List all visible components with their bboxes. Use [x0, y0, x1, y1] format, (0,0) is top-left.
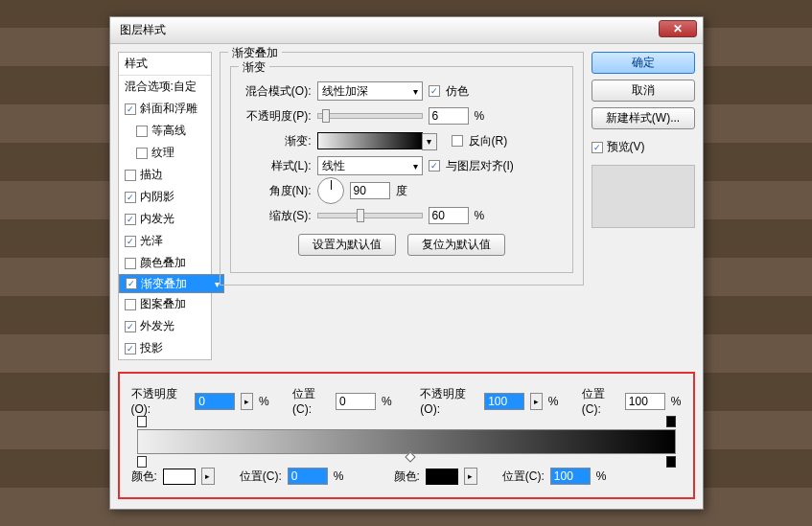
- dither-label: 仿色: [446, 83, 469, 100]
- color-left-spin[interactable]: ▸: [201, 468, 215, 485]
- opacity-label: 不透明度(P):: [243, 108, 312, 125]
- opacity-left-spin[interactable]: ▸: [241, 393, 253, 410]
- angle-label: 角度(N):: [243, 183, 312, 199]
- style-item-2[interactable]: 纹理: [119, 142, 211, 164]
- style-item-5[interactable]: ✓内发光: [119, 208, 211, 230]
- style-item-checkbox[interactable]: [125, 258, 136, 269]
- opacity-slider[interactable]: [317, 113, 423, 119]
- color-left-label: 颜色:: [131, 469, 157, 485]
- opacity-right-label: 不透明度(O):: [420, 386, 478, 416]
- style-item-checkbox[interactable]: [125, 170, 136, 181]
- style-item-6[interactable]: ✓光泽: [119, 230, 211, 252]
- color-stop-left[interactable]: [137, 456, 147, 468]
- align-checkbox[interactable]: ✓: [429, 160, 440, 172]
- color-right-location[interactable]: [550, 468, 591, 485]
- style-item-checkbox[interactable]: ✓: [125, 103, 136, 115]
- preview-checkbox[interactable]: ✓: [592, 142, 603, 153]
- styles-list: 样式 混合选项:自定 ✓斜面和浮雕等高线纹理描边✓内阴影✓内发光✓光泽颜色叠加✓…: [118, 52, 212, 360]
- gradient-label: 渐变:: [243, 133, 312, 149]
- style-item-label: 内阴影: [140, 189, 174, 205]
- color-right-swatch[interactable]: [426, 469, 458, 485]
- right-column: 确定 取消 新建样式(W)... ✓ 预览(V): [592, 52, 695, 360]
- opacity-left-label: 不透明度(O):: [131, 386, 190, 416]
- set-default-button[interactable]: 设置为默认值: [298, 234, 396, 256]
- style-item-label: 描边: [140, 167, 163, 183]
- reverse-label: 反向(R): [469, 133, 508, 149]
- style-item-checkbox[interactable]: ✓: [125, 321, 136, 332]
- style-item-checkbox[interactable]: [136, 126, 148, 137]
- style-item-8[interactable]: ✓渐变叠加: [119, 274, 224, 293]
- scale-slider[interactable]: [317, 213, 423, 218]
- location-right-label: 位置(C):: [582, 386, 619, 416]
- angle-dial[interactable]: [317, 177, 344, 204]
- style-item-9[interactable]: 图案叠加: [119, 293, 211, 315]
- style-item-label: 渐变叠加: [141, 276, 187, 292]
- styles-header[interactable]: 样式: [119, 53, 211, 76]
- color-left-swatch[interactable]: [163, 469, 196, 485]
- style-label: 样式(L):: [243, 158, 312, 174]
- blend-mode-label: 混合模式(O):: [243, 83, 312, 100]
- preview-label: 预览(V): [607, 139, 645, 155]
- close-button[interactable]: ✕: [659, 20, 697, 37]
- style-item-label: 图案叠加: [140, 296, 186, 312]
- style-item-label: 颜色叠加: [140, 255, 186, 271]
- layer-style-dialog: 图层样式 ✕ 样式 混合选项:自定 ✓斜面和浮雕等高线纹理描边✓内阴影✓内发光✓…: [109, 16, 704, 510]
- close-icon: ✕: [673, 22, 683, 35]
- style-item-label: 等高线: [151, 123, 186, 139]
- reset-default-button[interactable]: 复位为默认值: [407, 234, 505, 256]
- color-right-label: 颜色:: [394, 469, 420, 485]
- location-left-label: 位置(C):: [292, 386, 330, 416]
- style-item-10[interactable]: ✓外发光: [119, 315, 211, 337]
- style-item-checkbox[interactable]: ✓: [126, 278, 137, 289]
- opacity-right-spin[interactable]: ▸: [530, 393, 543, 410]
- gradient-ramp[interactable]: [137, 429, 676, 454]
- style-item-0[interactable]: ✓斜面和浮雕: [119, 98, 211, 120]
- new-style-button[interactable]: 新建样式(W)...: [592, 107, 695, 129]
- color-right-spin[interactable]: ▸: [464, 468, 477, 485]
- dither-checkbox[interactable]: ✓: [429, 85, 440, 97]
- style-item-1[interactable]: 等高线: [119, 120, 211, 142]
- panel-sub-label: 渐变: [239, 59, 269, 76]
- style-item-label: 斜面和浮雕: [140, 101, 197, 117]
- opacity-input[interactable]: [429, 107, 469, 125]
- style-item-label: 外发光: [140, 318, 174, 334]
- align-label: 与图层对齐(I): [446, 158, 514, 174]
- main-panel: 渐变叠加 渐变 混合模式(O): 线性加深 ✓ 仿色 不透明度(P): %: [220, 52, 584, 360]
- scale-input[interactable]: [429, 207, 469, 224]
- opacity-right-input[interactable]: [484, 393, 524, 410]
- cancel-button[interactable]: 取消: [592, 80, 695, 102]
- reverse-checkbox[interactable]: [452, 135, 463, 147]
- style-item-7[interactable]: 颜色叠加: [119, 252, 211, 274]
- location-right-input[interactable]: [625, 393, 665, 410]
- style-select[interactable]: 线性: [317, 156, 423, 175]
- style-item-checkbox[interactable]: ✓: [125, 343, 136, 354]
- color-left-location[interactable]: [288, 468, 328, 485]
- style-item-4[interactable]: ✓内阴影: [119, 186, 211, 208]
- style-item-checkbox[interactable]: ✓: [125, 192, 136, 203]
- color-stop-right[interactable]: [666, 456, 676, 468]
- titlebar[interactable]: 图层样式 ✕: [110, 17, 703, 44]
- blend-options-row[interactable]: 混合选项:自定: [119, 76, 211, 98]
- style-item-checkbox[interactable]: ✓: [125, 214, 136, 225]
- preview-swatch: [592, 165, 695, 228]
- ok-button[interactable]: 确定: [592, 52, 695, 74]
- style-item-label: 内发光: [140, 211, 174, 227]
- scale-label: 缩放(S):: [243, 208, 312, 224]
- gradient-editor: 不透明度(O): ▸ % 位置(C): % 不透明度(O): ▸ % 位置(C)…: [118, 372, 695, 499]
- location-left-input[interactable]: [336, 393, 376, 410]
- style-item-checkbox[interactable]: [125, 299, 136, 310]
- style-item-label: 光泽: [140, 233, 163, 249]
- angle-input[interactable]: [350, 182, 390, 199]
- style-item-3[interactable]: 描边: [119, 164, 211, 186]
- style-item-label: 投影: [140, 340, 163, 356]
- style-item-checkbox[interactable]: ✓: [125, 236, 136, 247]
- style-item-11[interactable]: ✓投影: [119, 337, 211, 359]
- blend-mode-select[interactable]: 线性加深: [317, 81, 423, 101]
- opacity-stop-left[interactable]: [137, 416, 147, 427]
- opacity-left-input[interactable]: [195, 393, 235, 410]
- dialog-title: 图层样式: [116, 22, 166, 38]
- opacity-stop-right[interactable]: [666, 416, 676, 427]
- style-item-checkbox[interactable]: [136, 148, 148, 159]
- gradient-swatch[interactable]: [317, 132, 423, 149]
- midpoint-diamond[interactable]: [405, 451, 415, 462]
